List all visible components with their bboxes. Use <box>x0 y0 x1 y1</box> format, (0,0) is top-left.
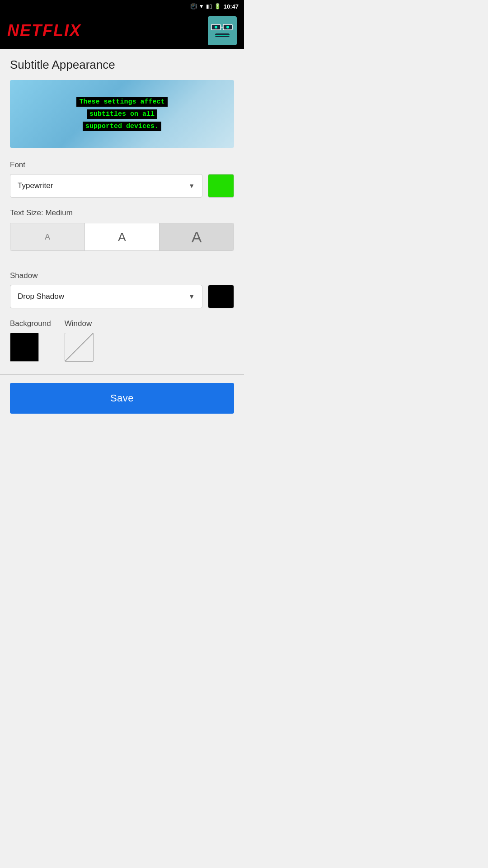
window-color-swatch[interactable] <box>65 333 94 362</box>
battery-icon: 🔋 <box>214 3 221 9</box>
bg-window-row: Background Window <box>10 319 234 362</box>
shadow-label: Shadow <box>10 271 234 280</box>
vibrate-icon: 📳 <box>190 3 197 9</box>
shadow-color-swatch[interactable] <box>208 285 234 308</box>
netflix-logo[interactable]: NETFLIX <box>7 21 81 40</box>
medium-a-icon: A <box>118 230 126 244</box>
large-a-icon: A <box>192 228 202 246</box>
font-label: Font <box>10 160 234 170</box>
window-label: Window <box>65 319 94 328</box>
svg-point-4 <box>215 26 217 28</box>
font-dropdown-arrow: ▼ <box>188 182 195 189</box>
save-button[interactable]: Save <box>10 383 234 414</box>
divider-2 <box>0 374 244 375</box>
shadow-value: Drop Shadow <box>18 292 64 301</box>
text-size-large-button[interactable]: A <box>160 223 234 250</box>
background-color-swatch[interactable] <box>10 333 39 362</box>
background-label: Background <box>10 319 51 328</box>
font-dropdown[interactable]: Typewriter ▼ <box>10 174 202 198</box>
app-header: NETFLIX <box>0 13 244 49</box>
background-item: Background <box>10 319 51 362</box>
status-bar: 📳 ▼ ▮▯ 🔋 10:47 <box>0 0 244 13</box>
shadow-row: Drop Shadow ▼ <box>10 285 234 308</box>
main-content: Subtitle Appearance These settings affec… <box>0 49 244 423</box>
profile-avatar[interactable] <box>208 16 237 45</box>
svg-point-5 <box>226 26 229 28</box>
wifi-icon: ▼ <box>199 3 204 9</box>
signal-icon: ▮▯ <box>206 3 212 9</box>
window-item: Window <box>65 319 94 362</box>
text-size-medium-button[interactable]: A <box>85 223 160 250</box>
text-size-selector: A A A <box>10 223 234 251</box>
small-a-icon: A <box>45 232 50 242</box>
status-icons: 📳 ▼ ▮▯ 🔋 <box>190 3 221 9</box>
time-display: 10:47 <box>224 3 239 10</box>
divider-1 <box>10 262 234 262</box>
shadow-dropdown[interactable]: Drop Shadow ▼ <box>10 285 202 308</box>
text-size-small-button[interactable]: A <box>10 223 85 250</box>
preview-text: These settings affect subtitles on all s… <box>76 96 167 132</box>
svg-rect-0 <box>210 18 235 43</box>
font-row: Typewriter ▼ <box>10 174 234 198</box>
text-size-label: Text Size: Medium <box>10 208 234 217</box>
shadow-dropdown-arrow: ▼ <box>188 293 195 300</box>
font-color-swatch[interactable] <box>208 174 234 198</box>
subtitle-preview: These settings affect subtitles on all s… <box>10 80 234 148</box>
font-value: Typewriter <box>18 181 53 190</box>
page-title: Subtitle Appearance <box>10 58 234 72</box>
